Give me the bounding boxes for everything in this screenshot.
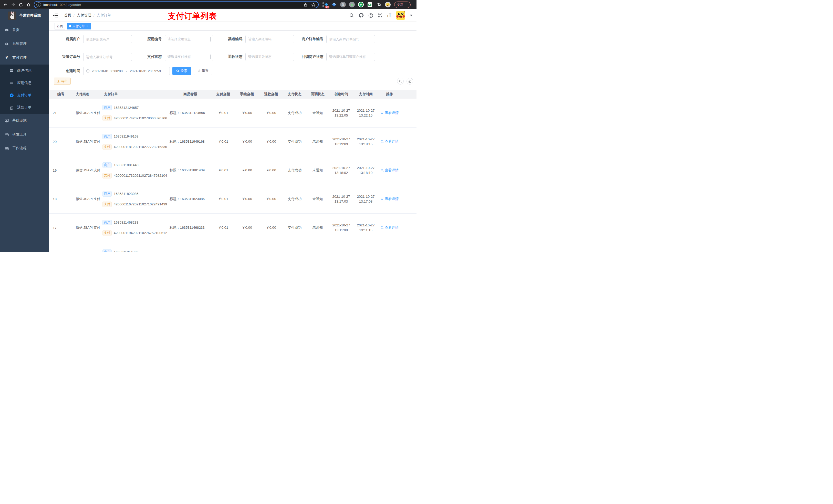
extension-gem-icon[interactable]	[331, 2, 337, 7]
pay-order-no: 4200001181202110277723215336	[114, 145, 167, 149]
pay-tag: 支付	[102, 173, 112, 178]
address-bar[interactable]: i localhost:1024/pay/order	[34, 1, 319, 8]
filter-label: 创建时间	[49, 69, 80, 73]
close-icon[interactable]: ×	[87, 24, 88, 28]
pay-order-icon: ￥	[9, 93, 14, 98]
view-detail-link[interactable]: 查看详情	[381, 111, 399, 115]
app-select[interactable]: 请选择应用信息	[165, 35, 213, 43]
pay-status-select[interactable]: 请选择支付状态	[165, 53, 213, 61]
export-button[interactable]: 导出	[54, 78, 71, 85]
sidebar-item-refund-order[interactable]: 退款订单	[0, 101, 49, 114]
avatar-caret-icon[interactable]	[410, 15, 412, 16]
tab-pay-order[interactable]: 支付订单 ×	[67, 23, 91, 29]
refund-status-select[interactable]: 请选择退款状态	[245, 53, 294, 61]
refresh-button[interactable]	[406, 78, 413, 85]
reset-button[interactable]: 重置	[194, 67, 212, 75]
sidebar-item-merchant-info[interactable]: 商户信息	[0, 65, 49, 77]
paid-time: 2021-10-2713:22:15	[354, 99, 378, 127]
view-detail-label: 查看详情	[385, 168, 399, 173]
payment-submenu: 商户信息 应用信息 ￥ 支付订单	[0, 65, 49, 114]
sidebar-item-infrastructure[interactable]: 基础设施	[0, 114, 49, 127]
extension-y-icon[interactable]: y	[358, 2, 364, 7]
fullscreen-icon[interactable]	[378, 13, 382, 18]
created-time: 2021-10-2713:22:05	[329, 99, 354, 127]
sidebar-item-dev-tools[interactable]: 研发工具	[0, 127, 49, 141]
notify-status-select[interactable]: 请选择订单回调商户状态	[326, 53, 375, 61]
sidebar-item-workflow[interactable]: 工作流程	[0, 141, 49, 155]
extensions-puzzle-icon[interactable]	[376, 2, 382, 7]
merchant-order-no-field[interactable]	[326, 35, 375, 43]
avatar[interactable]	[396, 11, 405, 20]
merchant-order-no-input[interactable]	[329, 38, 372, 41]
breadcrumb: 首页 / 支付管理 / 支付订单	[64, 13, 111, 18]
breadcrumb-home[interactable]: 首页	[64, 13, 71, 18]
sidebar-item-app-info[interactable]: 应用信息	[0, 77, 49, 89]
order-id: 17	[49, 213, 72, 242]
browser-update-button[interactable]: 更新 ⋮	[394, 2, 411, 8]
channel-code-select[interactable]: 请输入渠道编码	[245, 35, 294, 43]
extension-badge: 10	[325, 6, 329, 8]
bookmark-star-icon[interactable]	[311, 3, 315, 7]
merchant-select[interactable]	[83, 35, 132, 43]
extension-chat-icon[interactable]	[367, 2, 373, 7]
view-detail-link[interactable]: 查看详情	[381, 225, 399, 230]
filter-label: 渠道订单号	[49, 54, 80, 59]
active-dot-icon	[69, 25, 71, 27]
font-size-icon[interactable]: TT	[387, 13, 392, 17]
merchant-input[interactable]	[86, 38, 129, 41]
search-icon[interactable]	[349, 13, 354, 18]
shop-icon	[9, 69, 14, 73]
github-icon[interactable]	[359, 13, 364, 18]
sidebar-item-label: 研发工具	[12, 132, 27, 137]
breadcrumb-separator: /	[73, 13, 74, 18]
sidebar-item-label: 基础设施	[12, 118, 27, 123]
toolbox-icon	[4, 146, 9, 150]
pay-channel: 微信 JSAPI 支付	[72, 213, 101, 242]
merchant-order-no: 1635311468233	[114, 220, 139, 224]
range-separator: -	[126, 69, 127, 73]
pay-amount: ￥0.01	[212, 99, 235, 127]
channel-order-no-field[interactable]	[83, 53, 132, 61]
site-info-icon[interactable]: i	[37, 2, 41, 7]
extension-emoji-icon[interactable]	[385, 2, 390, 7]
merchant-order-no: 1635311823086	[114, 192, 139, 196]
view-detail-link[interactable]: 查看详情	[381, 197, 399, 201]
search-button[interactable]: 搜索	[172, 67, 191, 75]
sidebar-collapse-icon[interactable]	[53, 14, 58, 18]
extension-record-icon[interactable]	[349, 2, 355, 7]
sidebar-item-system[interactable]: 系统管理	[0, 37, 49, 51]
order-id: 18	[49, 185, 72, 213]
sidebar-item-home[interactable]: 首页	[0, 23, 49, 37]
sidebar-menu: 首页 系统管理 ￥ 支付管理	[0, 23, 49, 155]
table-row: 21 微信 JSAPI 支付 商户1635312124657 支付4200001…	[49, 99, 416, 127]
extension-devtool-icon[interactable]: 10	[322, 2, 328, 7]
view-detail-link[interactable]: 查看详情	[381, 139, 399, 144]
browser-menu-icon[interactable]: ⋮	[405, 3, 409, 6]
browser-forward-icon[interactable]	[9, 1, 17, 8]
share-icon[interactable]	[304, 3, 308, 7]
filter-label: 应用编号	[132, 37, 162, 42]
channel-order-no-input[interactable]	[86, 55, 129, 59]
reset-button-label: 重置	[202, 69, 209, 73]
chevron-down-icon	[45, 42, 45, 46]
view-detail-label: 查看详情	[385, 139, 399, 144]
create-time-range-picker[interactable]: 2021-10-01 00:00:00 - 2021-10-31 23:59:5…	[83, 67, 170, 75]
pay-amount: ￥0.01	[212, 127, 235, 156]
browser-home-icon[interactable]	[25, 1, 32, 8]
sidebar-item-pay-order[interactable]: ￥ 支付订单	[0, 89, 49, 101]
toggle-search-button[interactable]	[397, 78, 404, 85]
merchant-order-no: 1635311254726	[114, 250, 139, 252]
sidebar-item-payment[interactable]: ￥ 支付管理	[0, 51, 49, 65]
column-header: 操作	[378, 90, 416, 99]
column-header: 回调状态	[306, 90, 329, 99]
browser-back-icon[interactable]	[2, 1, 9, 8]
pay-amount: ￥0.01	[212, 185, 235, 213]
browser-reload-icon[interactable]	[17, 1, 25, 8]
help-icon[interactable]	[368, 13, 373, 18]
product-title: 标题：1635311881439	[169, 156, 212, 185]
breadcrumb-payment[interactable]: 支付管理	[77, 13, 91, 18]
chevron-down-icon	[45, 133, 45, 137]
tab-home[interactable]: 首页	[54, 23, 65, 29]
extension-command-icon[interactable]: ⌘	[340, 2, 346, 7]
view-detail-link[interactable]: 查看详情	[381, 168, 399, 173]
